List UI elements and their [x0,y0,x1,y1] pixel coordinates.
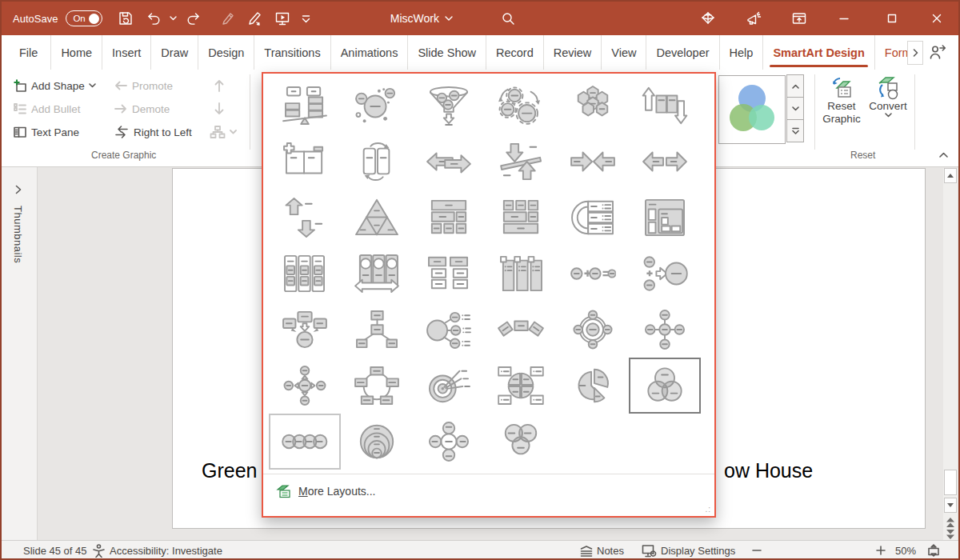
tab-transitions[interactable]: Transitions [254,35,330,70]
ribbon-display-options-button[interactable] [786,6,813,30]
layout-pillars[interactable] [341,246,413,302]
layout-nested[interactable] [629,190,701,246]
layout-hexes[interactable] [557,78,629,134]
gallery-more-button[interactable] [786,119,804,142]
layout-tabs[interactable] [485,246,557,302]
minimize-button[interactable] [826,2,862,35]
maximize-button[interactable] [874,2,910,35]
slide-indicator[interactable]: Slide 45 of 45 [23,541,87,560]
share-button[interactable] [928,43,947,64]
more-layouts-item[interactable]: More Layouts... [263,474,714,507]
close-button[interactable] [918,2,955,35]
undo-dropdown-chevron[interactable] [166,6,181,30]
zoom-level[interactable]: 50% [895,541,916,560]
zoom-in-button[interactable] [876,541,886,560]
tab-record[interactable]: Record [486,35,544,70]
layout-cross[interactable] [629,302,701,358]
layout-bubbles[interactable] [341,78,413,134]
layout-diverging-arrows[interactable] [629,134,701,190]
tab-design[interactable]: Design [198,35,254,70]
start-slideshow-button[interactable] [269,6,296,30]
tab-home[interactable]: Home [51,35,102,70]
layouts-gallery-preview[interactable] [718,75,786,144]
layout-radial-boxes[interactable] [341,302,413,358]
tab-slide-show[interactable]: Slide Show [408,35,486,70]
layout-converging-arrows[interactable] [557,134,629,190]
zoom-out-button[interactable] [752,541,762,560]
org-chart-layout-button[interactable] [210,122,237,142]
autosave-toggle[interactable]: On [66,10,102,26]
tab-review[interactable]: Review [544,35,602,70]
collapse-ribbon-button[interactable] [939,146,948,161]
tab-file[interactable]: File [6,35,51,70]
quick-access-overflow-button[interactable] [296,6,317,30]
layout-blocks-b[interactable] [485,190,557,246]
save-button[interactable] [112,6,139,30]
tab-animations[interactable]: Animations [331,35,409,70]
layout-funnel[interactable] [413,78,485,134]
more-tabs-button[interactable] [907,41,923,65]
layout-pyramid[interactable] [341,190,413,246]
layout-radial-list[interactable] [413,302,485,358]
layout-linear-venn[interactable] [269,414,341,470]
reset-graphic-button[interactable]: Reset Graphic [819,76,864,126]
thumbnails-pane-collapsed[interactable]: Thumbnails [2,167,38,540]
layout-gears[interactable] [485,78,557,134]
scroll-down-button[interactable] [944,498,957,513]
fit-slide-to-window-button[interactable] [926,541,941,560]
layout-block-cycle[interactable] [341,358,413,414]
move-down-button[interactable] [213,99,226,118]
promote-button[interactable]: Promote [114,76,173,95]
layout-venn-alt[interactable] [485,414,557,470]
display-settings-button[interactable]: Display Settings [642,541,735,560]
move-up-button[interactable] [213,76,226,95]
layout-venn[interactable] [629,358,701,414]
text-pane-button[interactable]: Text Pane [13,122,79,142]
add-bullet-button[interactable]: Add Bullet [13,99,81,118]
layout-grouped[interactable] [413,246,485,302]
tab-developer[interactable]: Developer [646,35,719,70]
layout-merge[interactable] [629,246,701,302]
tab-help[interactable]: Help [720,35,764,70]
popup-resize-grip[interactable]: .: [705,505,711,514]
highlighter-button[interactable] [214,6,242,30]
layout-vlist[interactable] [269,246,341,302]
accessibility-status[interactable]: Accessibility: Investigate [92,541,222,560]
layout-radial-venn[interactable] [413,414,485,470]
layout-overlap-arrows[interactable] [413,134,485,190]
layout-stacked-venn[interactable] [341,414,413,470]
redo-button[interactable] [181,6,208,30]
layout-opposing-blocks[interactable] [629,78,701,134]
layout-balance[interactable] [269,78,341,134]
layout-pie[interactable] [557,358,629,414]
search-button[interactable] [494,6,522,30]
layout-equation[interactable] [557,246,629,302]
layout-blocks-a[interactable] [413,190,485,246]
tab-view[interactable]: View [602,35,646,70]
notes-button[interactable]: Notes [580,541,624,560]
right-to-left-button[interactable]: Right to Left [114,122,192,142]
layout-callouts[interactable] [269,302,341,358]
tab-smartart-design[interactable]: SmartArt Design [763,35,874,70]
layout-opposing-updown[interactable] [269,190,341,246]
add-shape-button[interactable]: Add Shape [13,76,96,95]
layout-target[interactable] [413,358,485,414]
undo-button[interactable] [139,6,166,30]
layout-ring[interactable] [557,302,629,358]
tab-draw[interactable]: Draw [151,35,198,70]
designer-button[interactable] [694,6,722,30]
layout-matrix[interactable] [485,358,557,414]
vertical-scrollbar[interactable] [943,168,958,540]
document-title[interactable]: MiscWork [390,12,453,25]
scroll-up-button[interactable] [944,168,957,183]
layout-counterbalance[interactable] [485,134,557,190]
layout-arc-list[interactable] [557,190,629,246]
layout-converge-radial[interactable] [269,358,341,414]
ink-pen-button[interactable] [242,6,269,30]
scrollbar-thumb[interactable] [944,470,957,495]
gallery-scroll-up-button[interactable] [786,74,804,98]
gallery-scroll-down-button[interactable] [786,97,804,120]
tab-insert[interactable]: Insert [102,35,151,70]
layout-tilted[interactable] [485,302,557,358]
feedback-button[interactable] [740,6,767,30]
